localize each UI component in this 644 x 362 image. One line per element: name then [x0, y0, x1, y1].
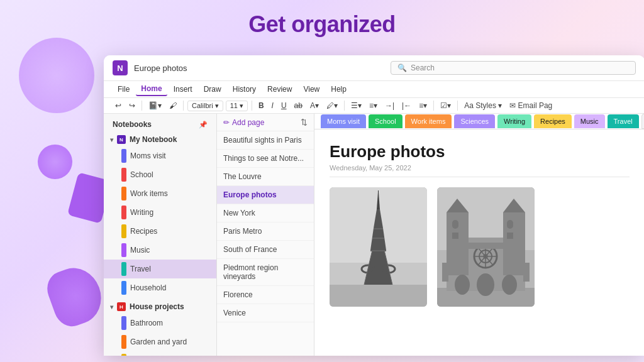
highlight-button[interactable]: 🖊▾	[324, 100, 340, 111]
sidebar-item-travel[interactable]: Travel	[104, 260, 216, 278]
menu-file[interactable]: File	[113, 83, 135, 96]
section-color-music	[121, 243, 126, 257]
page-item-the-louvre[interactable]: The Louvre	[217, 168, 314, 186]
svg-rect-37	[507, 233, 513, 239]
font-family-dropdown[interactable]: Calilbri ▾	[187, 101, 223, 111]
font-size-dropdown[interactable]: 11 ▾	[226, 101, 248, 111]
svg-rect-36	[452, 233, 458, 239]
section-color-household	[121, 281, 126, 295]
outdent-button[interactable]: |←	[399, 100, 414, 111]
add-page-button[interactable]: ✏ Add page	[223, 118, 264, 127]
sidebar-item-moms-visit[interactable]: Moms visit	[104, 146, 216, 165]
tab-recipes[interactable]: Recipes	[534, 114, 572, 128]
bullets-button[interactable]: ☰▾	[348, 100, 364, 111]
tab-work-items[interactable]: Work items	[405, 114, 452, 128]
menu-review[interactable]: Review	[262, 83, 297, 96]
section-color-work	[121, 187, 126, 200]
menu-view[interactable]: View	[298, 83, 325, 96]
tab-household[interactable]: Household	[641, 114, 644, 129]
notebook-group-my-notebook: ▾ N My Notebook Moms visit School Work i…	[104, 133, 216, 297]
section-color-moms-visit	[121, 149, 126, 163]
menu-home[interactable]: Home	[136, 82, 167, 96]
sidebar-item-writing[interactable]: Writing	[104, 203, 216, 222]
section-color-school	[121, 168, 126, 182]
sidebar-item-recipes[interactable]: Recipes	[104, 222, 216, 241]
menu-insert[interactable]: Insert	[169, 83, 197, 96]
tabs-strip: Moms visit School Work items Sciences Wr…	[314, 114, 644, 129]
photo-eiffel	[330, 187, 427, 307]
sidebar-item-garden[interactable]: Garden and yard	[104, 332, 216, 351]
pin-icon[interactable]: 📌	[199, 121, 208, 129]
notebook-house-projects[interactable]: ▾ H House projects	[104, 300, 216, 314]
decorative-blob-ml	[38, 145, 72, 179]
font-color-button[interactable]: A▾	[308, 100, 321, 111]
sidebar-item-music[interactable]: Music	[104, 241, 216, 260]
page-item-south-of-france[interactable]: South of France	[217, 241, 314, 259]
notredame-svg	[437, 187, 535, 307]
sidebar-item-toy-room[interactable]: Toy room	[104, 351, 216, 356]
underline-button[interactable]: U	[279, 100, 289, 111]
app-window: N Europe photos 🔍 Search File Home Inser…	[104, 55, 644, 356]
strikethrough-button[interactable]: ab	[292, 100, 305, 111]
bold-button[interactable]: B	[256, 100, 267, 111]
page-item-things-to-see[interactable]: Things to see at Notre...	[217, 150, 314, 168]
pages-panel: ✏ Add page ⇅ Beautiful sights in Paris T…	[217, 114, 314, 356]
italic-button[interactable]: I	[269, 100, 276, 111]
format-painter[interactable]: 🖌	[167, 100, 179, 111]
page-item-venice[interactable]: Venice	[217, 304, 314, 322]
undo-button[interactable]: ↩	[113, 100, 124, 111]
page-item-florence[interactable]: Florence	[217, 286, 314, 304]
page-item-europe-photos[interactable]: Europe photos	[217, 186, 314, 204]
section-color-travel	[121, 262, 126, 276]
notebook-my-notebook[interactable]: ▾ N My Notebook	[104, 133, 216, 146]
note-title: Europe photos	[330, 142, 630, 162]
numbering-button[interactable]: ≡▾	[367, 100, 380, 111]
tab-travel[interactable]: Travel	[608, 114, 639, 128]
tab-moms-visit[interactable]: Moms visit	[321, 114, 366, 128]
svg-rect-35	[507, 220, 513, 229]
tab-sciences[interactable]: Sciences	[454, 114, 495, 128]
tab-writing[interactable]: Writing	[497, 114, 531, 128]
menu-help[interactable]: Help	[326, 83, 352, 96]
svg-point-30	[455, 275, 470, 295]
page-item-piedmont[interactable]: Piedmont region vineyards	[217, 259, 314, 286]
sidebar-item-school[interactable]: School	[104, 165, 216, 184]
svg-rect-39	[523, 263, 530, 282]
sidebar-item-work-items[interactable]: Work items	[104, 184, 216, 203]
styles-button[interactable]: Aa Styles ▾	[462, 100, 504, 111]
toolbar-sep-2	[183, 101, 184, 111]
decorative-blob-bl	[42, 261, 109, 331]
svg-rect-38	[442, 263, 448, 282]
title-bar: N Europe photos 🔍 Search	[104, 55, 644, 81]
align-button[interactable]: ≡▾	[416, 100, 430, 111]
section-color-recipes	[121, 224, 126, 238]
menu-bar: File Home Insert Draw History Review Vie…	[104, 81, 644, 98]
page-item-new-york[interactable]: New York	[217, 204, 314, 222]
search-input[interactable]: Search	[411, 63, 435, 72]
editor-content[interactable]: Europe photos Wednesday, May 25, 2022	[314, 129, 644, 356]
section-color-writing	[121, 206, 126, 219]
redo-button[interactable]: ↪	[126, 100, 138, 111]
sidebar-item-bathroom[interactable]: Bathroom	[104, 314, 216, 332]
svg-point-31	[477, 273, 494, 296]
search-bar[interactable]: 🔍 Search	[391, 61, 636, 75]
sidebar-item-household[interactable]: Household	[104, 278, 216, 297]
menu-draw[interactable]: Draw	[199, 83, 226, 96]
add-page-icon: ✏	[223, 118, 230, 127]
page-item-paris-metro[interactable]: Paris Metro	[217, 222, 314, 241]
menu-history[interactable]: History	[228, 83, 261, 96]
page-item-beautiful-sights[interactable]: Beautiful sights in Paris	[217, 131, 314, 150]
sort-icon[interactable]: ⇅	[301, 118, 308, 127]
email-page-button[interactable]: ✉ Email Pag	[507, 100, 555, 111]
notebook-icon-house: H	[117, 302, 126, 311]
tab-music[interactable]: Music	[574, 114, 605, 128]
svg-point-32	[502, 275, 517, 295]
indent-button[interactable]: →|	[382, 100, 397, 111]
onenote-logo: N	[113, 60, 128, 75]
tab-school[interactable]: School	[369, 114, 402, 128]
main-content: Notebooks 📌 ▾ N My Notebook Moms visit S…	[104, 114, 644, 356]
checkbox-button[interactable]: ☑▾	[438, 100, 453, 111]
notebook-group-house-projects: ▾ H House projects Bathroom Garden and y…	[104, 300, 216, 356]
notebook-icon[interactable]: 📓▾	[146, 100, 164, 111]
chevron-down-icon: ▾	[110, 136, 113, 143]
